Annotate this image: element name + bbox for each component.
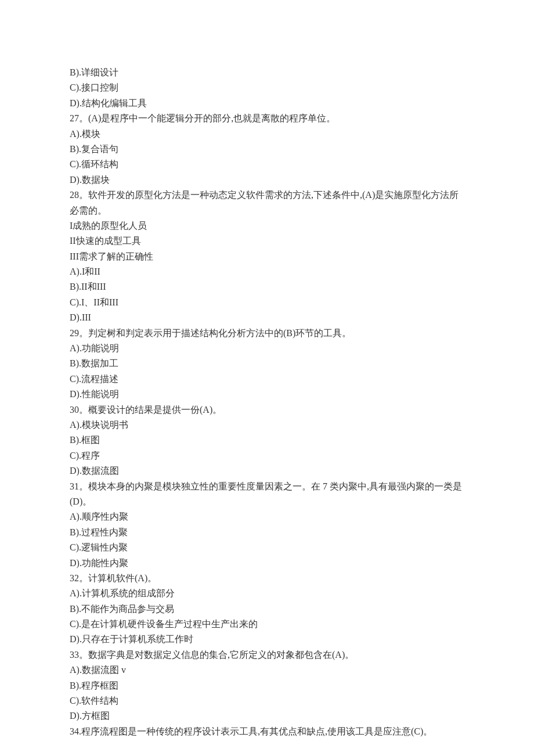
- text-line: 30。概要设计的结果是提供一份(A)。: [70, 402, 464, 417]
- text-line: D).只存在于计算机系统工作时: [70, 632, 464, 647]
- text-line: D).数据块: [70, 172, 464, 188]
- text-line: 32。计算机软件(A)。: [70, 571, 464, 586]
- text-line: 34.程序流程图是一种传统的程序设计表示工具,有其优点和缺点,使用该工具是应注意…: [70, 724, 464, 739]
- text-line: C).流程描述: [70, 372, 464, 387]
- text-line: II快速的成型工具: [70, 233, 464, 249]
- text-line: B).不能作为商品参与交易: [70, 602, 464, 617]
- text-line: D).数据流图: [70, 463, 464, 478]
- text-line: A).功能说明: [70, 341, 464, 356]
- text-line: A).顺序性内聚: [70, 509, 464, 524]
- text-line: A).模块: [70, 127, 464, 142]
- text-line: C).逻辑性内聚: [70, 540, 464, 555]
- text-line: C).程序: [70, 448, 464, 463]
- text-line: B).过程性内聚: [70, 525, 464, 540]
- text-line: C).软件结构: [70, 693, 464, 708]
- text-line: 28。软件开发的原型化方法是一种动态定义软件需求的方法,下述条件中,(A)是实施…: [70, 188, 464, 218]
- text-line: D).结构化编辑工具: [70, 96, 464, 111]
- text-line: C).I、II和III: [70, 295, 464, 310]
- text-line: A).计算机系统的组成部分: [70, 586, 464, 601]
- document-page: B).详细设计 C).接口控制 D).结构化编辑工具 27。(A)是程序中一个能…: [0, 0, 534, 756]
- text-line: III需求了解的正确性: [70, 249, 464, 264]
- text-line: 33。数据字典是对数据定义信息的集合,它所定义的对象都包含在(A)。: [70, 647, 464, 663]
- text-line: B).II和III: [70, 279, 464, 294]
- text-line: C).循环结构: [70, 157, 464, 172]
- text-line: B).复合语句: [70, 142, 464, 157]
- text-line: 31。模块本身的内聚是模块独立性的重要性度量因素之一。在 7 类内聚中,具有最强…: [70, 479, 464, 510]
- text-line: C).是在计算机硬件设备生产过程中生产出来的: [70, 617, 464, 632]
- text-line: D).方框图: [70, 708, 464, 723]
- text-line: A).数据流图 v: [70, 663, 464, 678]
- text-line: D).III: [70, 310, 464, 325]
- text-line: B).程序框图: [70, 678, 464, 693]
- text-line: D).功能性内聚: [70, 556, 464, 571]
- text-line: D).性能说明: [70, 387, 464, 402]
- text-line: I成熟的原型化人员: [70, 218, 464, 233]
- text-line: 27。(A)是程序中一个能逻辑分开的部分,也就是离散的程序单位。: [70, 111, 464, 126]
- text-line: 29。判定树和判定表示用于描述结构化分析方法中的(B)环节的工具。: [70, 326, 464, 341]
- text-line: B).详细设计: [70, 65, 464, 80]
- text-line: B).数据加工: [70, 356, 464, 371]
- text-line: B).框图: [70, 433, 464, 448]
- text-line: A).模块说明书: [70, 417, 464, 433]
- text-line: A).I和II: [70, 264, 464, 279]
- text-line: C).接口控制: [70, 80, 464, 95]
